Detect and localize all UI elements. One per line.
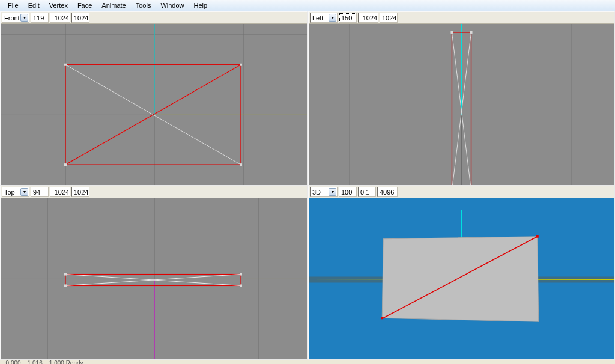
chevron-down-icon: ▾	[329, 14, 336, 22]
menu-window[interactable]: Window	[156, 1, 188, 10]
pane-front: Front ▾ 119 -1024 1024	[0, 11, 308, 186]
pane-top: Top ▾ 94 -1024 1024	[0, 186, 308, 360]
view-select-front-label: Front	[4, 14, 20, 22]
left-field-2[interactable]: -1024	[358, 13, 378, 23]
status-text: ..0.000 .. 1.016 .. 1.000 Ready	[2, 360, 83, 364]
view-select-top[interactable]: Top ▾	[2, 187, 29, 197]
left-field-1[interactable]: 150	[339, 13, 357, 23]
view-select-left[interactable]: Left ▾	[310, 13, 338, 23]
top-field-1[interactable]: 94	[31, 187, 49, 197]
view-select-3d[interactable]: 3D ▾	[310, 187, 338, 197]
menu-edit[interactable]: Edit	[24, 1, 44, 10]
pane-front-bar: Front ▾ 119 -1024 1024	[1, 12, 308, 24]
chevron-down-icon: ▾	[329, 188, 336, 196]
view-select-top-label: Top	[4, 189, 15, 196]
svg-rect-43	[240, 284, 242, 287]
chevron-down-icon: ▾	[20, 14, 28, 22]
svg-rect-42	[64, 284, 67, 287]
front-field-1[interactable]: 119	[31, 13, 49, 23]
left-field-3[interactable]: 1024	[380, 13, 398, 23]
viewport-front[interactable]	[1, 24, 308, 185]
menu-face[interactable]: Face	[73, 1, 96, 10]
viewport-top[interactable]	[1, 198, 308, 359]
pane-left: Left ▾ 150 -1024 1024	[308, 11, 615, 186]
svg-rect-14	[64, 163, 67, 166]
svg-rect-26	[450, 31, 453, 34]
svg-rect-52	[381, 317, 383, 319]
viewport-grid: Front ▾ 119 -1024 1024	[0, 11, 615, 360]
view-select-3d-label: 3D	[312, 189, 321, 196]
menu-animate[interactable]: Animate	[97, 1, 130, 10]
svg-rect-51	[536, 235, 539, 238]
pane-3d-bar: 3D ▾ 100 0.1 4096	[309, 186, 614, 198]
top-field-3[interactable]: 1024	[71, 187, 89, 197]
svg-rect-27	[470, 31, 473, 34]
chevron-down-icon: ▾	[20, 188, 28, 196]
svg-rect-12	[64, 64, 67, 66]
viewport-left[interactable]	[309, 24, 614, 185]
svg-marker-49	[382, 237, 539, 321]
top-field-2[interactable]: -1024	[50, 187, 70, 197]
pane-left-bar: Left ▾ 150 -1024 1024	[309, 12, 614, 24]
persp-field-1[interactable]: 100	[339, 187, 357, 197]
persp-field-2[interactable]: 0.1	[358, 187, 376, 197]
menu-tools[interactable]: Tools	[132, 1, 156, 10]
svg-rect-40	[64, 273, 67, 276]
svg-rect-15	[240, 163, 242, 166]
viewport-3d[interactable]	[309, 198, 614, 359]
svg-rect-41	[240, 273, 242, 276]
status-bar: ..0.000 .. 1.016 .. 1.000 Ready	[0, 360, 615, 364]
menu-vertex[interactable]: Vertex	[45, 1, 72, 10]
front-field-3[interactable]: 1024	[71, 13, 89, 23]
menu-bar: File Edit Vertex Face Animate Tools Wind…	[0, 0, 615, 11]
pane-top-bar: Top ▾ 94 -1024 1024	[1, 186, 308, 198]
view-select-left-label: Left	[312, 14, 323, 22]
view-select-front[interactable]: Front ▾	[2, 13, 29, 23]
menu-help[interactable]: Help	[190, 1, 212, 10]
svg-rect-13	[240, 64, 242, 66]
front-field-2[interactable]: -1024	[50, 13, 70, 23]
persp-field-3[interactable]: 4096	[377, 187, 398, 197]
pane-3d: 3D ▾ 100 0.1 4096	[308, 186, 615, 360]
menu-file[interactable]: File	[4, 1, 23, 10]
